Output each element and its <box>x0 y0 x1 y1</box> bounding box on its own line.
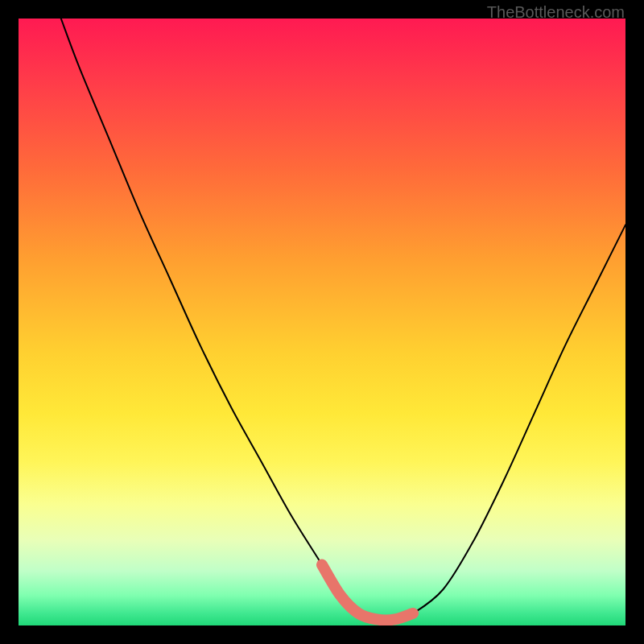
chart-svg <box>19 19 625 625</box>
watermark-label: TheBottleneck.com <box>487 3 625 22</box>
highlight-segment <box>322 565 413 621</box>
main-curve <box>61 19 625 620</box>
chart-container: TheBottleneck.com <box>0 0 644 644</box>
plot-area <box>19 19 625 625</box>
